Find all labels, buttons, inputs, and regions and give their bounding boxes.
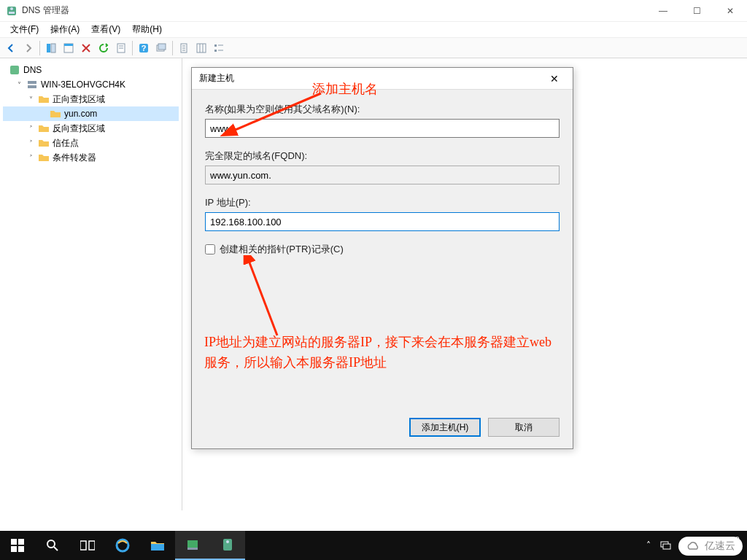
back-button[interactable]	[3, 40, 19, 56]
new-host-dialog: 新建主机 ✕ 名称(如果为空则使用其父域名称)(N): 完全限定的域名(FQDN…	[191, 67, 573, 449]
search-button[interactable]	[35, 531, 70, 560]
taskbar[interactable]: ˄ 英 20:58 2019/	[0, 531, 747, 560]
tree-label: yun.com	[64, 109, 97, 119]
svg-rect-15	[214, 50, 217, 52]
maximize-button[interactable]: ☐	[680, 0, 713, 22]
properties-button[interactable]	[61, 40, 77, 56]
svg-rect-18	[28, 85, 36, 88]
ip-input[interactable]	[205, 212, 560, 231]
taskview-icon	[80, 540, 95, 551]
tray-chevron-icon[interactable]: ˄	[646, 540, 651, 551]
ptr-checkbox[interactable]	[205, 244, 215, 254]
svg-rect-2	[9, 12, 15, 14]
toolbar: ?	[0, 38, 747, 58]
start-button[interactable]	[0, 531, 35, 560]
watermark: 亿速云	[678, 537, 743, 556]
dns-root-icon	[9, 64, 20, 76]
column-button[interactable]	[193, 40, 209, 56]
collapse-icon[interactable]: ˅	[26, 96, 35, 104]
tree-forward-zones[interactable]: ˅ 正向查找区域	[3, 92, 179, 106]
show-hide-tree-button[interactable]	[43, 40, 59, 56]
svg-rect-13	[197, 44, 206, 52]
folder-icon	[38, 122, 50, 134]
forward-button[interactable]	[20, 40, 36, 56]
expand-icon[interactable]: ˃	[26, 125, 35, 133]
export-button[interactable]	[113, 40, 129, 56]
menu-file[interactable]: 文件(F)	[4, 22, 44, 37]
dialog-title: 新建主机	[199, 72, 543, 85]
menu-help[interactable]: 帮助(H)	[126, 22, 168, 37]
list-icon-button[interactable]	[211, 40, 227, 56]
dns-app-icon	[6, 5, 18, 17]
delete-button[interactable]	[78, 40, 94, 56]
tree-trust-points[interactable]: ˃ 信任点	[3, 136, 179, 150]
name-label: 名称(如果为空则使用其父域名称)(N):	[205, 103, 560, 116]
windows-icon	[11, 539, 24, 552]
window-title: DNS 管理器	[22, 4, 646, 17]
menu-action[interactable]: 操作(A)	[44, 22, 85, 37]
tree-label: 正向查找区域	[53, 93, 105, 106]
taskbar-dns-manager[interactable]	[210, 531, 245, 560]
tree-view[interactable]: DNS ˅ WIN-3ELOHVGCH4K ˅ 正向查找区域 yun.com ˃…	[0, 58, 182, 510]
help-button[interactable]: ?	[136, 40, 152, 56]
expand-icon[interactable]: ˃	[26, 154, 35, 162]
expand-icon[interactable]: ˃	[26, 139, 35, 147]
folder-icon	[38, 93, 50, 105]
tree-label: 信任点	[53, 137, 79, 149]
tree-label: 条件转发器	[53, 152, 96, 164]
cloud-icon	[686, 541, 700, 551]
dialog-close-button[interactable]: ✕	[543, 73, 565, 85]
svg-rect-4	[51, 44, 55, 52]
tree-server[interactable]: ˅ WIN-3ELOHVGCH4K	[3, 77, 179, 92]
svg-line-26	[54, 547, 58, 551]
folder-icon	[38, 137, 50, 149]
filter-button[interactable]	[176, 40, 192, 56]
name-input[interactable]	[205, 119, 560, 138]
tree-conditional-forwarders[interactable]: ˃ 条件转发器	[3, 150, 179, 165]
collapse-icon[interactable]: ˅	[15, 81, 23, 89]
folder-icon	[38, 152, 50, 163]
ie-icon	[115, 537, 131, 553]
svg-rect-23	[11, 546, 17, 552]
svg-rect-11	[158, 44, 166, 50]
refresh-button[interactable]	[96, 40, 112, 56]
minimize-button[interactable]: —	[646, 0, 680, 22]
tree-label: DNS	[23, 65, 42, 75]
search-icon	[46, 539, 59, 552]
svg-rect-27	[80, 541, 86, 550]
close-button[interactable]: ✕	[713, 0, 747, 22]
svg-rect-6	[64, 44, 73, 46]
network-icon[interactable]	[659, 540, 671, 551]
task-view-button[interactable]	[70, 531, 105, 560]
menu-bar: 文件(F) 操作(A) 查看(V) 帮助(H)	[0, 22, 747, 38]
tree-zone-selected[interactable]: yun.com	[3, 106, 179, 121]
svg-rect-24	[18, 546, 24, 552]
server-icon	[26, 79, 38, 90]
svg-rect-17	[28, 81, 36, 84]
tree-reverse-zones[interactable]: ˃ 反向查找区域	[3, 121, 179, 136]
taskbar-explorer[interactable]	[140, 531, 175, 560]
taskbar-server-manager[interactable]	[175, 531, 210, 560]
window-titlebar: DNS 管理器 — ☐ ✕	[0, 0, 747, 22]
svg-rect-22	[18, 539, 24, 545]
add-host-button[interactable]: 添加主机(H)	[409, 418, 481, 437]
tree-label: 反向查找区域	[53, 122, 105, 135]
cancel-button[interactable]: 取消	[488, 418, 560, 437]
dialog-titlebar: 新建主机 ✕	[192, 68, 573, 90]
svg-rect-16	[10, 66, 19, 74]
ip-label: IP 地址(P):	[205, 196, 560, 209]
new-window-button[interactable]	[153, 40, 169, 56]
svg-point-1	[10, 7, 13, 10]
menu-view[interactable]: 查看(V)	[85, 22, 126, 37]
svg-rect-30	[151, 544, 164, 551]
fqdn-input	[205, 166, 560, 184]
folder-icon	[150, 540, 165, 551]
svg-rect-21	[11, 539, 17, 545]
tree-root-dns[interactable]: DNS	[3, 63, 179, 77]
watermark-text: 亿速云	[705, 540, 735, 553]
taskbar-ie[interactable]	[105, 531, 140, 560]
toolbar-separator	[172, 41, 173, 55]
svg-rect-32	[187, 548, 198, 550]
dns-manager-icon	[221, 537, 234, 552]
svg-rect-14	[214, 44, 217, 47]
